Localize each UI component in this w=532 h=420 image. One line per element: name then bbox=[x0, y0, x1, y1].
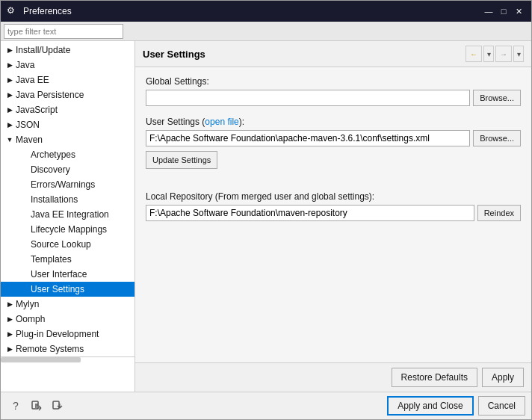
tree-arrow-source-lookup bbox=[19, 238, 31, 250]
sidebar-item-java-persistence[interactable]: Java Persistence bbox=[1, 87, 134, 102]
sidebar-item-java[interactable]: Java bbox=[1, 58, 134, 72]
tree-arrow-java-ee-integration bbox=[19, 209, 31, 220]
preferences-window: ⚙ Preferences — □ ✕ Install/UpdateJavaJa… bbox=[0, 0, 532, 420]
sidebar-label-installations: Installations bbox=[31, 194, 132, 205]
window-title: Preferences bbox=[23, 6, 482, 16]
tree-arrow-archetypes bbox=[19, 149, 31, 161]
global-settings-label: Global Settings: bbox=[146, 76, 521, 87]
tree-arrow-lifecycle-mappings bbox=[19, 223, 31, 235]
tree-arrow-discovery bbox=[19, 164, 31, 176]
user-browse-button[interactable]: Browse... bbox=[473, 130, 521, 146]
minimize-button[interactable]: — bbox=[482, 4, 495, 18]
sidebar-item-java-ee[interactable]: Java EE bbox=[1, 72, 134, 87]
sidebar-item-errors-warnings[interactable]: Errors/Warnings bbox=[1, 177, 134, 192]
sidebar-label-json: JSON bbox=[16, 120, 132, 130]
sidebar-label-java-persistence: Java Persistence bbox=[16, 90, 132, 100]
sidebar-item-discovery[interactable]: Discovery bbox=[1, 162, 134, 177]
user-settings-label: User Settings (open file): bbox=[146, 117, 521, 127]
sidebar-label-source-lookup: Source Lookup bbox=[31, 239, 132, 250]
open-file-link[interactable]: open file bbox=[205, 117, 238, 127]
sidebar-item-remote-systems[interactable]: Remote Systems bbox=[1, 342, 134, 356]
sidebar-label-javascript: JavaScript bbox=[16, 105, 132, 115]
sidebar-item-templates[interactable]: Templates bbox=[1, 252, 134, 267]
local-repo-row: Reindex bbox=[146, 205, 521, 221]
sidebar-label-maven: Maven bbox=[16, 135, 132, 145]
app-icon: ⚙ bbox=[7, 5, 19, 17]
tree-arrow-user-settings bbox=[19, 283, 31, 295]
tree-arrow-oomph bbox=[4, 313, 16, 325]
sidebar-label-java-ee-integration: Java EE Integration bbox=[31, 209, 132, 220]
nav-back-dropdown[interactable]: ▾ bbox=[483, 46, 494, 62]
apply-button[interactable]: Apply bbox=[482, 368, 524, 387]
tree-arrow-javascript bbox=[4, 104, 16, 116]
bottom-bar: ? Apply and Close Cancel bbox=[1, 392, 531, 419]
tree-arrow-java bbox=[4, 59, 16, 71]
sidebar-item-javascript[interactable]: JavaScript bbox=[1, 102, 134, 117]
sidebar-item-user-interface[interactable]: User Interface bbox=[1, 267, 134, 282]
maximize-button[interactable]: □ bbox=[497, 4, 510, 18]
separator bbox=[146, 179, 521, 191]
restore-defaults-button[interactable]: Restore Defaults bbox=[392, 368, 477, 387]
nav-back-button[interactable]: ← bbox=[466, 46, 482, 62]
sidebar-item-lifecycle-mappings[interactable]: Lifecycle Mappings bbox=[1, 222, 134, 237]
tree-arrow-installations bbox=[19, 194, 31, 206]
export-button[interactable] bbox=[28, 397, 46, 415]
user-settings-row: Browse... bbox=[146, 130, 521, 146]
tree-arrow-java-persistence bbox=[4, 89, 16, 101]
sidebar-item-maven[interactable]: Maven bbox=[1, 132, 134, 147]
local-repo-section: Local Repository (From merged user and g… bbox=[146, 191, 521, 221]
sidebar-label-user-settings: User Settings bbox=[31, 284, 132, 294]
tree-arrow-remote-systems bbox=[4, 343, 16, 355]
sidebar-item-json[interactable]: JSON bbox=[1, 117, 134, 132]
global-browse-button[interactable]: Browse... bbox=[473, 90, 521, 106]
local-repo-label: Local Repository (From merged user and g… bbox=[146, 191, 521, 202]
reindex-button[interactable]: Reindex bbox=[477, 205, 521, 221]
user-settings-label-text: User Settings ( bbox=[146, 117, 205, 127]
global-settings-row: Browse... bbox=[146, 90, 521, 106]
sidebar-item-plugin-development[interactable]: Plug-in Development bbox=[1, 327, 134, 342]
apply-close-button[interactable]: Apply and Close bbox=[387, 396, 473, 416]
import-button[interactable] bbox=[49, 397, 66, 415]
global-settings-section: Global Settings: Browse... bbox=[146, 76, 521, 106]
sidebar-label-java: Java bbox=[16, 60, 132, 70]
search-input[interactable] bbox=[4, 24, 123, 39]
tree-arrow-maven bbox=[4, 134, 16, 146]
tree-arrow-mylyn bbox=[4, 298, 16, 310]
update-settings-button[interactable]: Update Settings bbox=[146, 151, 217, 169]
sidebar-item-mylyn[interactable]: Mylyn bbox=[1, 297, 134, 312]
window-controls: — □ ✕ bbox=[482, 4, 525, 18]
sidebar-item-user-settings[interactable]: User Settings bbox=[1, 282, 134, 297]
main-area: Install/UpdateJavaJava EEJava Persistenc… bbox=[1, 41, 531, 392]
tree-arrow-plugin-development bbox=[4, 328, 16, 340]
sidebar-label-remote-systems: Remote Systems bbox=[16, 344, 132, 354]
tree-arrow-user-interface bbox=[19, 268, 31, 280]
sidebar-label-discovery: Discovery bbox=[31, 164, 132, 175]
help-button[interactable]: ? bbox=[7, 397, 25, 415]
tree-arrow-install-update bbox=[4, 44, 16, 56]
sidebar-label-install-update: Install/Update bbox=[16, 45, 132, 55]
svg-rect-1 bbox=[53, 401, 59, 409]
sidebar-item-installations[interactable]: Installations bbox=[1, 192, 134, 207]
nav-forward-dropdown[interactable]: ▾ bbox=[513, 46, 524, 62]
tree-arrow-java-ee bbox=[4, 74, 16, 86]
cancel-button[interactable]: Cancel bbox=[478, 396, 525, 416]
content-area: User Settings ← ▾ → ▾ Global Settings: B… bbox=[135, 41, 531, 392]
global-settings-input[interactable] bbox=[146, 90, 470, 106]
sidebar-label-templates: Templates bbox=[31, 254, 132, 265]
local-repo-input[interactable] bbox=[146, 205, 474, 221]
sidebar-item-source-lookup[interactable]: Source Lookup bbox=[1, 237, 134, 252]
user-settings-label-suffix: ): bbox=[239, 117, 244, 127]
content-title: User Settings bbox=[143, 49, 466, 60]
nav-forward-button[interactable]: → bbox=[495, 46, 512, 62]
tree-arrow-json bbox=[4, 119, 16, 131]
sidebar-item-install-update[interactable]: Install/Update bbox=[1, 43, 134, 58]
sidebar-item-archetypes[interactable]: Archetypes bbox=[1, 147, 134, 162]
sidebar-label-java-ee: Java EE bbox=[16, 75, 132, 85]
sidebar-label-user-interface: User Interface bbox=[31, 269, 132, 280]
user-settings-input[interactable] bbox=[146, 130, 470, 146]
sidebar-item-java-ee-integration[interactable]: Java EE Integration bbox=[1, 207, 134, 222]
sidebar-item-oomph[interactable]: Oomph bbox=[1, 312, 134, 327]
close-button[interactable]: ✕ bbox=[512, 4, 525, 18]
nav-buttons: ← ▾ → ▾ bbox=[466, 46, 524, 62]
sidebar-label-errors-warnings: Errors/Warnings bbox=[31, 179, 132, 190]
